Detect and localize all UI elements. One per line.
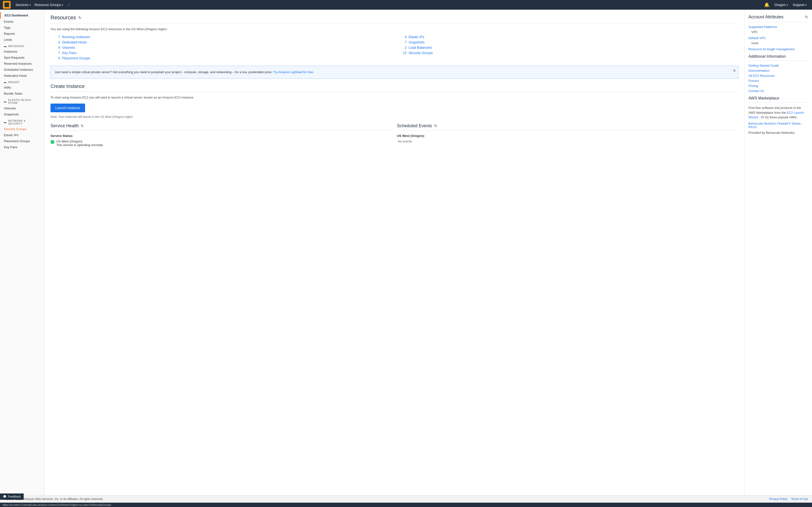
sidebar-item-placement-groups[interactable]: Placement Groups xyxy=(0,138,45,144)
services-menu-button[interactable]: Services ▾ xyxy=(13,2,33,8)
create-instance-divider xyxy=(51,92,739,92)
pricing-link[interactable]: Pricing xyxy=(749,84,808,88)
contact-us-link[interactable]: Contact Us xyxy=(749,89,808,93)
sidebar-item-elastic-ips[interactable]: Elastic IPs xyxy=(0,132,45,138)
resources-refresh-icon[interactable]: ↻ xyxy=(78,15,82,20)
region-selector-button[interactable]: Oregon ▾ xyxy=(772,2,790,8)
getting-started-link[interactable]: Getting Started Guide xyxy=(749,64,808,67)
barracuda-ami-link[interactable]: Barracuda NextGen Firewall F-Series - PA… xyxy=(749,122,808,129)
sidebar-item-dedicated-hosts[interactable]: Dedicated Hosts xyxy=(0,73,45,79)
resource-link-elastic-ips[interactable]: Elastic IPs xyxy=(409,35,424,39)
sidebar-item-snapshots[interactable]: Snapshots xyxy=(0,111,45,117)
barracuda-provider: Provided by Barracuda Networks, xyxy=(749,130,808,135)
support-caret: ▾ xyxy=(806,4,807,6)
service-health-panel: Service Health ↻ Service Status: US West… xyxy=(51,123,392,147)
resource-row-dedicated-hosts: 0 Dedicated Hosts xyxy=(51,40,392,45)
privacy-policy-link[interactable]: Privacy Policy xyxy=(769,497,788,501)
notifications-bell-icon[interactable]: 🔔 xyxy=(762,1,772,8)
no-events-text: No events xyxy=(397,139,739,143)
launch-instance-button[interactable]: Launch Instance xyxy=(51,104,85,112)
svg-rect-1 xyxy=(4,2,9,7)
sidebar-item-ec2-dashboard[interactable]: EC2 Dashboard xyxy=(0,12,45,18)
feedback-icon: 💬 xyxy=(3,495,6,498)
sidebar-item-spot-requests[interactable]: Spot Requests xyxy=(0,55,45,61)
forums-link[interactable]: Forums xyxy=(749,79,808,82)
network-section-header: ▬ NETWORK & SECURITY xyxy=(0,117,45,126)
favorites-icon[interactable]: ☆ xyxy=(65,2,72,8)
resources-section-title: Resources ↻ xyxy=(51,14,739,21)
notification-link[interactable]: Try Amazon Lightsail for free. xyxy=(273,70,314,74)
support-label: Support xyxy=(793,3,805,7)
resource-link-load-balancers[interactable]: Load Balancers xyxy=(409,46,432,50)
sidebar-item-instances[interactable]: Instances xyxy=(0,49,45,55)
scheduled-events-divider xyxy=(397,130,739,131)
account-attributes-title: Account Attributes ↻ xyxy=(749,14,808,19)
create-instance-description: To start using Amazon EC2 you will want … xyxy=(51,95,739,100)
feedback-button[interactable]: 💬 Feedback xyxy=(0,494,24,500)
scheduled-events-refresh-icon[interactable]: ↻ xyxy=(434,124,437,128)
sidebar-item-key-pairs[interactable]: Key Pairs xyxy=(0,144,45,150)
sidebar-item-security-groups[interactable]: Security Groups xyxy=(0,126,45,132)
sidebar-item-volumes[interactable]: Volumes xyxy=(0,105,45,111)
terms-of-use-link[interactable]: Terms of Use xyxy=(791,497,808,501)
supported-platforms-link[interactable]: Supported Platforms xyxy=(749,25,808,29)
resource-link-running-instances[interactable]: Running Instances xyxy=(62,35,90,39)
instances-section-header: ▬ INSTANCES xyxy=(0,43,45,49)
scheduled-events-region: US West (Oregon): xyxy=(397,134,739,137)
sidebar-item-tags[interactable]: Tags xyxy=(0,24,45,31)
resource-link-dedicated-hosts[interactable]: Dedicated Hosts xyxy=(62,40,87,44)
top-navigation: Services ▾ Resource Groups ▾ ☆ 🔔 Oregon … xyxy=(0,0,812,10)
create-instance-title: Create Instance xyxy=(51,83,739,89)
services-caret: ▾ xyxy=(30,4,31,6)
aws-marketplace-divider xyxy=(749,102,808,103)
scheduled-events-title: Scheduled Events ↻ xyxy=(397,123,739,128)
account-attributes-refresh-icon[interactable]: ↻ xyxy=(805,15,808,19)
sidebar-item-events[interactable]: Events xyxy=(0,18,45,24)
service-status-text: US West (Oregon): This service is operat… xyxy=(56,139,103,147)
support-menu-button[interactable]: Support ▾ xyxy=(790,2,809,8)
resource-link-key-pairs[interactable]: Key Pairs xyxy=(62,51,77,55)
sidebar-item-reserved-instances[interactable]: Reserved Instances xyxy=(0,61,45,67)
right-panel: Account Attributes ↻ Supported Platforms… xyxy=(744,10,812,495)
resource-link-volumes[interactable]: Volumes xyxy=(62,46,75,50)
resources-description: You are using the following Amazon EC2 r… xyxy=(51,27,739,31)
resources-grid: 7 Running Instances 0 Dedicated Hosts 9 … xyxy=(51,34,739,61)
resource-id-link[interactable]: Resource ID length management xyxy=(749,47,808,51)
resource-link-placement-groups[interactable]: Placement Groups xyxy=(62,56,90,60)
resource-row-key-pairs: 7 Key Pairs xyxy=(51,50,392,56)
sidebar-item-amis[interactable]: AMIs xyxy=(0,84,45,91)
notification-close-button[interactable]: ✕ xyxy=(733,68,736,73)
resource-groups-button[interactable]: Resource Groups ▾ xyxy=(33,2,65,8)
sidebar-item-scheduled-instances[interactable]: Scheduled Instances xyxy=(0,67,45,73)
sidebar-item-reports[interactable]: Reports xyxy=(0,31,45,37)
sidebar-item-limits[interactable]: Limits xyxy=(0,37,45,43)
sidebar-item-bundle-tasks[interactable]: Bundle Tasks xyxy=(0,91,45,97)
images-toggle-icon[interactable]: ▬ xyxy=(4,80,7,83)
resource-link-snapshots[interactable]: Snapshots xyxy=(409,40,424,44)
service-health-divider xyxy=(51,130,392,131)
resource-row-load-balancers: 2 Load Balancers xyxy=(397,45,739,50)
notification-text: Just need a simple virtual private serve… xyxy=(55,70,272,74)
resource-link-security-groups[interactable]: Security Groups xyxy=(409,51,433,55)
aws-marketplace-description: Find free software trial products in the… xyxy=(749,106,808,120)
notification-box: ✕ Just need a simple virtual private ser… xyxy=(51,66,739,79)
resource-row-elastic-ips: 4 Elastic IPs xyxy=(397,34,739,40)
services-label: Services xyxy=(15,3,29,7)
all-ec2-resources-link[interactable]: All EC2 Resources xyxy=(749,74,808,77)
region-caret: ▾ xyxy=(786,4,788,6)
default-vpc-link[interactable]: Default VPC xyxy=(749,36,808,40)
status-bar-url: https://us-west-2.console.aws.amazon.com… xyxy=(2,503,112,506)
images-section-header: ▬ IMAGES xyxy=(0,79,45,84)
footer: © 2008 - 2017, Amazon Web Services, Inc.… xyxy=(0,495,812,503)
instances-toggle-icon[interactable]: ▬ xyxy=(4,45,7,48)
resources-left-column: 7 Running Instances 0 Dedicated Hosts 9 … xyxy=(51,34,392,61)
default-vpc-value: none xyxy=(749,41,808,45)
feedback-label: Feedback xyxy=(8,495,21,498)
documentation-link[interactable]: Documentation xyxy=(749,69,808,72)
service-health-refresh-icon[interactable]: ↻ xyxy=(81,124,84,128)
health-events-section: Service Health ↻ Service Status: US West… xyxy=(51,123,739,147)
additional-info-title: Additional Information xyxy=(749,54,808,59)
ebs-toggle-icon[interactable]: ▬ xyxy=(4,100,7,103)
network-toggle-icon[interactable]: ▬ xyxy=(4,121,7,124)
content-area: Resources ↻ You are using the following … xyxy=(45,10,812,495)
